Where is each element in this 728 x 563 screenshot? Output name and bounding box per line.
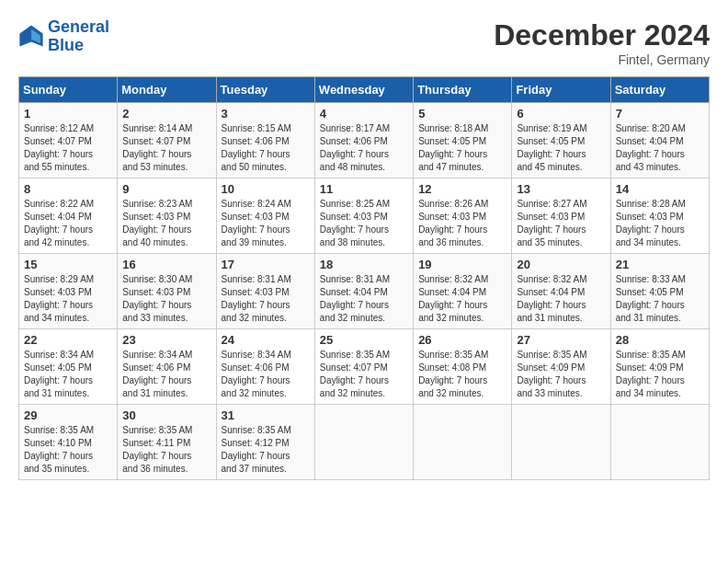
month-title: December 2024 <box>494 18 710 52</box>
day-number: 31 <box>222 408 310 422</box>
day-info: Sunrise: 8:35 AM Sunset: 4:09 PM Dayligh… <box>616 349 704 400</box>
day-number: 28 <box>616 333 704 347</box>
day-info: Sunrise: 8:23 AM Sunset: 4:03 PM Dayligh… <box>122 198 210 249</box>
logo-icon <box>18 24 44 50</box>
day-info: Sunrise: 8:31 AM Sunset: 4:04 PM Dayligh… <box>320 273 408 325</box>
day-number: 14 <box>616 182 704 196</box>
week-row-2: 8Sunrise: 8:22 AM Sunset: 4:04 PM Daylig… <box>19 178 710 254</box>
calendar-cell: 23Sunrise: 8:34 AM Sunset: 4:06 PM Dayli… <box>118 329 216 405</box>
calendar-table: SundayMondayTuesdayWednesdayThursdayFrid… <box>18 76 710 480</box>
day-info: Sunrise: 8:31 AM Sunset: 4:03 PM Dayligh… <box>222 273 310 325</box>
day-info: Sunrise: 8:24 AM Sunset: 4:03 PM Dayligh… <box>222 198 310 249</box>
week-row-1: 1Sunrise: 8:12 AM Sunset: 4:07 PM Daylig… <box>19 103 710 178</box>
header-day-tuesday: Tuesday <box>216 77 314 103</box>
header-day-wednesday: Wednesday <box>314 77 413 103</box>
calendar-cell: 4Sunrise: 8:17 AM Sunset: 4:06 PM Daylig… <box>314 103 413 178</box>
day-info: Sunrise: 8:12 AM Sunset: 4:07 PM Dayligh… <box>24 122 112 174</box>
day-number: 8 <box>24 182 112 196</box>
calendar-cell <box>610 405 709 480</box>
day-number: 17 <box>222 258 310 271</box>
calendar-cell: 21Sunrise: 8:33 AM Sunset: 4:05 PM Dayli… <box>610 254 709 329</box>
calendar-cell: 2Sunrise: 8:14 AM Sunset: 4:07 PM Daylig… <box>118 103 216 178</box>
day-info: Sunrise: 8:32 AM Sunset: 4:04 PM Dayligh… <box>418 273 506 325</box>
logo-text: General Blue <box>48 18 109 55</box>
day-number: 18 <box>320 258 408 271</box>
calendar-cell: 13Sunrise: 8:27 AM Sunset: 4:03 PM Dayli… <box>512 178 610 254</box>
calendar-cell: 12Sunrise: 8:26 AM Sunset: 4:03 PM Dayli… <box>414 178 512 254</box>
title-block: December 2024 Fintel, Germany <box>494 18 710 67</box>
calendar-cell: 8Sunrise: 8:22 AM Sunset: 4:04 PM Daylig… <box>19 178 118 254</box>
calendar-cell: 30Sunrise: 8:35 AM Sunset: 4:11 PM Dayli… <box>118 405 216 480</box>
day-info: Sunrise: 8:19 AM Sunset: 4:05 PM Dayligh… <box>517 122 605 174</box>
calendar-cell: 3Sunrise: 8:15 AM Sunset: 4:06 PM Daylig… <box>216 103 314 178</box>
calendar-cell: 19Sunrise: 8:32 AM Sunset: 4:04 PM Dayli… <box>414 254 512 329</box>
day-number: 22 <box>24 333 112 347</box>
day-info: Sunrise: 8:35 AM Sunset: 4:08 PM Dayligh… <box>418 349 506 400</box>
day-number: 5 <box>418 107 506 121</box>
day-number: 12 <box>418 182 506 196</box>
calendar-cell <box>512 405 610 480</box>
header-day-sunday: Sunday <box>19 77 118 103</box>
day-info: Sunrise: 8:35 AM Sunset: 4:11 PM Dayligh… <box>122 424 210 476</box>
calendar-cell: 24Sunrise: 8:34 AM Sunset: 4:06 PM Dayli… <box>216 329 314 405</box>
calendar-cell <box>414 405 512 480</box>
calendar-cell: 26Sunrise: 8:35 AM Sunset: 4:08 PM Dayli… <box>414 329 512 405</box>
calendar-cell: 22Sunrise: 8:34 AM Sunset: 4:05 PM Dayli… <box>19 329 118 405</box>
week-row-3: 15Sunrise: 8:29 AM Sunset: 4:03 PM Dayli… <box>19 254 710 329</box>
day-number: 20 <box>517 258 605 271</box>
day-info: Sunrise: 8:18 AM Sunset: 4:05 PM Dayligh… <box>418 122 506 174</box>
day-number: 15 <box>24 258 112 271</box>
day-number: 21 <box>616 258 704 271</box>
day-number: 10 <box>222 182 310 196</box>
calendar-cell: 27Sunrise: 8:35 AM Sunset: 4:09 PM Dayli… <box>512 329 610 405</box>
day-number: 3 <box>222 107 310 121</box>
header-day-thursday: Thursday <box>414 77 512 103</box>
day-number: 13 <box>517 182 605 196</box>
calendar-cell: 31Sunrise: 8:35 AM Sunset: 4:12 PM Dayli… <box>216 405 314 480</box>
day-number: 4 <box>320 107 408 121</box>
calendar-cell <box>314 405 413 480</box>
logo: General Blue <box>18 18 109 55</box>
day-info: Sunrise: 8:15 AM Sunset: 4:06 PM Dayligh… <box>222 122 310 174</box>
day-number: 6 <box>517 107 605 121</box>
calendar-cell: 17Sunrise: 8:31 AM Sunset: 4:03 PM Dayli… <box>216 254 314 329</box>
calendar-cell: 28Sunrise: 8:35 AM Sunset: 4:09 PM Dayli… <box>610 329 709 405</box>
header-day-friday: Friday <box>512 77 610 103</box>
day-info: Sunrise: 8:35 AM Sunset: 4:10 PM Dayligh… <box>24 424 112 476</box>
day-info: Sunrise: 8:27 AM Sunset: 4:03 PM Dayligh… <box>517 198 605 249</box>
header-row: SundayMondayTuesdayWednesdayThursdayFrid… <box>19 77 710 103</box>
day-number: 30 <box>122 408 210 422</box>
day-info: Sunrise: 8:35 AM Sunset: 4:09 PM Dayligh… <box>517 349 605 400</box>
header-day-monday: Monday <box>118 77 216 103</box>
calendar-cell: 14Sunrise: 8:28 AM Sunset: 4:03 PM Dayli… <box>610 178 709 254</box>
calendar-cell: 15Sunrise: 8:29 AM Sunset: 4:03 PM Dayli… <box>19 254 118 329</box>
calendar-cell: 25Sunrise: 8:35 AM Sunset: 4:07 PM Dayli… <box>314 329 413 405</box>
day-info: Sunrise: 8:17 AM Sunset: 4:06 PM Dayligh… <box>320 122 408 174</box>
calendar-cell: 20Sunrise: 8:32 AM Sunset: 4:04 PM Dayli… <box>512 254 610 329</box>
day-number: 24 <box>222 333 310 347</box>
day-info: Sunrise: 8:30 AM Sunset: 4:03 PM Dayligh… <box>122 273 210 325</box>
calendar-cell: 5Sunrise: 8:18 AM Sunset: 4:05 PM Daylig… <box>414 103 512 178</box>
day-info: Sunrise: 8:26 AM Sunset: 4:03 PM Dayligh… <box>418 198 506 249</box>
day-info: Sunrise: 8:28 AM Sunset: 4:03 PM Dayligh… <box>616 198 704 249</box>
calendar-cell: 11Sunrise: 8:25 AM Sunset: 4:03 PM Dayli… <box>314 178 413 254</box>
day-info: Sunrise: 8:20 AM Sunset: 4:04 PM Dayligh… <box>616 122 704 174</box>
day-info: Sunrise: 8:34 AM Sunset: 4:06 PM Dayligh… <box>122 349 210 400</box>
day-info: Sunrise: 8:34 AM Sunset: 4:05 PM Dayligh… <box>24 349 112 400</box>
day-info: Sunrise: 8:25 AM Sunset: 4:03 PM Dayligh… <box>320 198 408 249</box>
day-number: 16 <box>122 258 210 271</box>
day-info: Sunrise: 8:32 AM Sunset: 4:04 PM Dayligh… <box>517 273 605 325</box>
day-number: 25 <box>320 333 408 347</box>
day-info: Sunrise: 8:29 AM Sunset: 4:03 PM Dayligh… <box>24 273 112 325</box>
calendar-cell: 18Sunrise: 8:31 AM Sunset: 4:04 PM Dayli… <box>314 254 413 329</box>
day-number: 2 <box>122 107 210 121</box>
day-info: Sunrise: 8:14 AM Sunset: 4:07 PM Dayligh… <box>122 122 210 174</box>
day-number: 29 <box>24 408 112 422</box>
day-info: Sunrise: 8:22 AM Sunset: 4:04 PM Dayligh… <box>24 198 112 249</box>
calendar-cell: 29Sunrise: 8:35 AM Sunset: 4:10 PM Dayli… <box>19 405 118 480</box>
day-number: 1 <box>24 107 112 121</box>
day-number: 11 <box>320 182 408 196</box>
location-subtitle: Fintel, Germany <box>494 52 710 67</box>
day-info: Sunrise: 8:34 AM Sunset: 4:06 PM Dayligh… <box>222 349 310 400</box>
calendar-cell: 7Sunrise: 8:20 AM Sunset: 4:04 PM Daylig… <box>610 103 709 178</box>
